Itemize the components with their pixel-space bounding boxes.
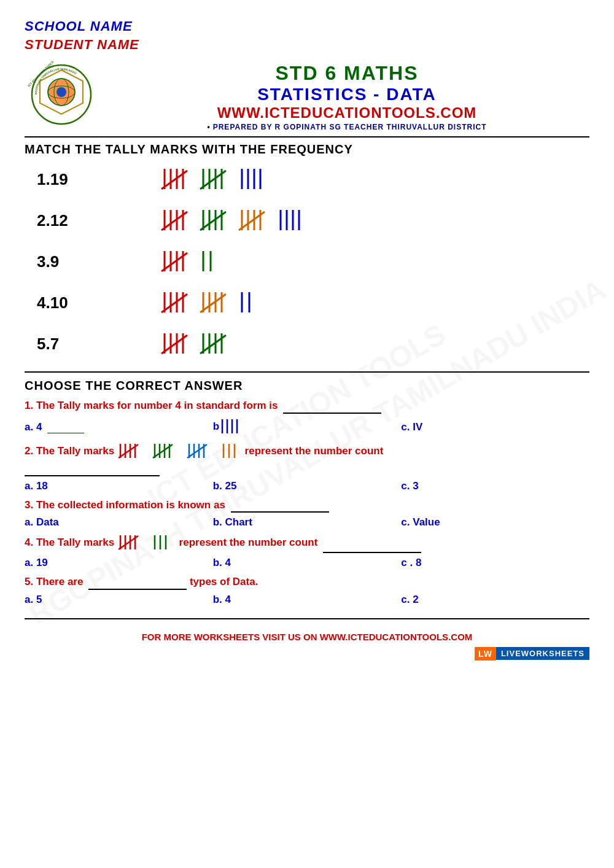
tally-5a [160,330,193,358]
svg-point-6 [56,87,66,97]
q2-tally [117,442,242,462]
tally-2d [276,207,316,234]
option-4a[interactable]: a. 19 [25,557,213,569]
title-prepared: •PREPARED BY R GOPINATH SG TEACHER THIRU… [104,123,589,131]
header-divider [25,136,589,138]
tally-marks-4 [160,289,258,317]
q2-tally-b [152,442,182,462]
logo-icon: ICT EDUCATION TOOLS RGOPINATH THIRUVALLU… [25,59,98,126]
match-row-1: 1.19 [25,166,589,193]
tally-2b [198,207,232,234]
header-row: ICT EDUCATION TOOLS RGOPINATH THIRUVALLU… [25,59,589,131]
q4-tally [117,533,176,553]
tally-marks-2 [160,207,316,234]
match-row-2: 2.12 [25,207,589,234]
match-number-5: 5.7 [37,335,98,354]
tally-2a [160,207,193,234]
title-stats: STATISTICS - DATA [104,85,589,104]
answer-row-1: a. 4 b c. IV [25,417,589,437]
liveworksheets-badge: LW LIVEWORKSHEETS [25,647,589,661]
tally-marks-1 [160,166,277,193]
tally-5b [198,330,232,358]
tally-3b [198,248,220,276]
option-5b[interactable]: b. 4 [213,594,402,606]
blank-2[interactable] [25,465,160,476]
tally-marks-3 [160,248,220,276]
option-3b[interactable]: b. Chart [213,516,402,529]
match-number-2: 2.12 [37,211,98,230]
tally-group-1c [237,166,277,193]
answer-row-3: a. Data b. Chart c. Value [25,516,589,529]
option-1c[interactable]: c. IV [401,421,589,433]
footer-text: FOR MORE WORKSHEETS VISIT US ON WWW.ICTE… [25,632,589,642]
tally-4a [160,289,193,317]
tally-2c [237,207,271,234]
match-row-4: 4.10 [25,289,589,317]
option-4c[interactable]: c . 8 [401,557,589,569]
answer-row-5: a. 5 b. 4 c. 2 [25,594,589,606]
student-name: STUDENT NAME [25,37,589,53]
question-3: 3. The collected information is known as [25,497,589,513]
blank-1[interactable] [283,403,381,414]
q2-tally-c [186,442,217,462]
q4-tally-b [152,533,176,553]
question-5: 5. There are types of Data. [25,574,589,590]
title-url: WWW.ICTEDUCATIONTOOLS.COM [104,104,589,122]
lw-badge-text: LIVEWORKSHEETS [496,647,589,660]
match-section-title: MATCH THE TALLY MARKS WITH THE FREQUENCY [25,142,589,157]
option-5c[interactable]: c. 2 [401,594,589,606]
match-number-3: 3.9 [37,252,98,271]
tally-group-1b [198,166,232,193]
match-row-5: 5.7 [25,330,589,358]
q2-tally-a [117,442,148,462]
tally-marks-5 [160,330,232,358]
question-1: 1. The Tally marks for number 4 in stand… [25,398,589,414]
tally-4c [237,289,258,317]
match-row-3: 3.9 [25,248,589,276]
option-2c[interactable]: c. 3 [401,480,589,492]
tally-b-4 [219,417,250,437]
option-3c[interactable]: c. Value [401,516,589,529]
lw-badge-icon: LW [475,647,496,661]
question-4: 4. The Tally marks represent the number … [25,533,589,553]
answer-row-4: a. 19 b. 4 c . 8 [25,557,589,569]
svg-text:ICT EDUCATION TOOLS: ICT EDUCATION TOOLS [27,60,55,87]
option-1b[interactable]: b [213,417,402,437]
blank-3[interactable] [231,502,329,513]
title-std: STD 6 MATHS [104,62,589,85]
option-1a[interactable]: a. 4 [25,421,213,433]
school-name: SCHOOL NAME [25,18,589,34]
q4-tally-a [117,533,148,553]
option-4b[interactable]: b. 4 [213,557,402,569]
section-divider [25,371,589,373]
choose-title: CHOOSE THE CORRECT ANSWER [25,379,589,393]
blank-5[interactable] [88,579,187,590]
match-number-1: 1.19 [37,170,98,189]
tally-4b [198,289,232,317]
option-2b[interactable]: b. 25 [213,480,402,492]
footer-divider [25,618,589,619]
option-5a[interactable]: a. 5 [25,594,213,606]
tally-3a [160,248,193,276]
answer-row-2: a. 18 b. 25 c. 3 [25,480,589,492]
question-2: 2. The Tally marks [25,442,589,462]
match-number-4: 4.10 [37,293,98,312]
blank-4[interactable] [323,542,421,553]
q2-tally-d [220,442,242,462]
header-text: STD 6 MATHS STATISTICS - DATA WWW.ICTEDU… [104,59,589,131]
option-2a[interactable]: a. 18 [25,480,213,492]
option-3a[interactable]: a. Data [25,516,213,529]
tally-group-1a [160,166,193,193]
logo-area: ICT EDUCATION TOOLS RGOPINATH THIRUVALLU… [25,59,104,129]
